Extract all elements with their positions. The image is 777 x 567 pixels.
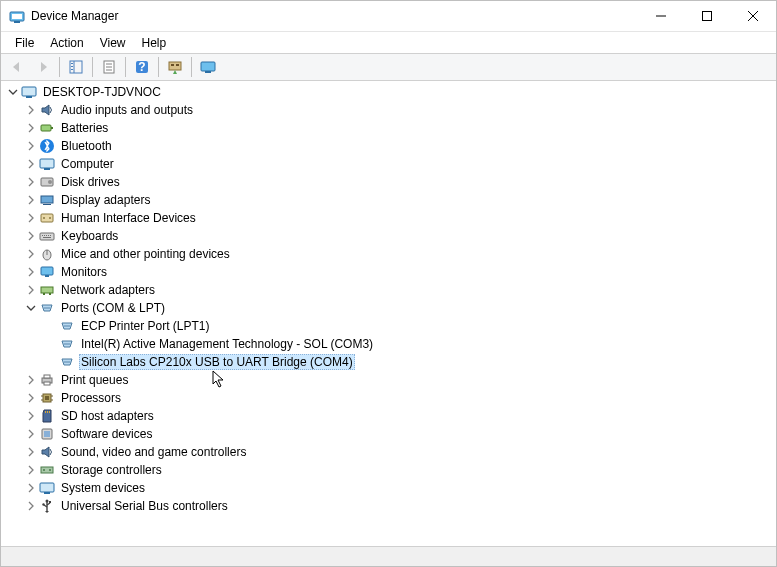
tree-node-processors[interactable]: Processors bbox=[1, 389, 776, 407]
forward-button[interactable] bbox=[31, 55, 55, 79]
tree-node-print-queues[interactable]: Print queues bbox=[1, 371, 776, 389]
tree-node-computer[interactable]: Computer bbox=[1, 155, 776, 173]
titlebar: Device Manager bbox=[1, 1, 776, 31]
tree-node-label: Keyboards bbox=[59, 229, 120, 243]
tree-node-monitors[interactable]: Monitors bbox=[1, 263, 776, 281]
cpu-icon bbox=[39, 390, 55, 406]
tree-node-sd-host[interactable]: SD host adapters bbox=[1, 407, 776, 425]
close-button[interactable] bbox=[730, 1, 776, 31]
port-icon bbox=[59, 318, 75, 334]
tree-node-hid[interactable]: Human Interface Devices bbox=[1, 209, 776, 227]
svg-rect-40 bbox=[46, 235, 47, 236]
tree-node-label: Processors bbox=[59, 391, 123, 405]
tree-node-keyboards[interactable]: Keyboards bbox=[1, 227, 776, 245]
device-tree[interactable]: DESKTOP-TJDVNOC Audio inputs and outputs… bbox=[1, 81, 776, 546]
properties-button[interactable] bbox=[97, 55, 121, 79]
svg-rect-49 bbox=[43, 293, 45, 295]
expander-closed-icon[interactable] bbox=[25, 158, 37, 170]
expander-closed-icon[interactable] bbox=[25, 284, 37, 296]
status-bar bbox=[1, 546, 776, 566]
expander-closed-icon[interactable] bbox=[25, 194, 37, 206]
system-device-icon bbox=[39, 480, 55, 496]
svg-point-85 bbox=[42, 503, 44, 505]
expander-closed-icon[interactable] bbox=[25, 266, 37, 278]
battery-icon bbox=[39, 120, 55, 136]
expander-closed-icon[interactable] bbox=[25, 374, 37, 386]
help-button[interactable]: ? bbox=[130, 55, 154, 79]
tree-leaf-label: Intel(R) Active Management Technology - … bbox=[79, 337, 375, 351]
tree-node-audio[interactable]: Audio inputs and outputs bbox=[1, 101, 776, 119]
svg-rect-74 bbox=[49, 411, 50, 413]
tree-node-usb[interactable]: Universal Serial Bus controllers bbox=[1, 497, 776, 515]
svg-rect-46 bbox=[41, 267, 53, 275]
tree-node-bluetooth[interactable]: Bluetooth bbox=[1, 137, 776, 155]
monitor-button[interactable] bbox=[196, 55, 220, 79]
tree-node-ports[interactable]: Ports (COM & LPT) bbox=[1, 299, 776, 317]
minimize-button[interactable] bbox=[638, 1, 684, 31]
tree-node-software-devices[interactable]: Software devices bbox=[1, 425, 776, 443]
toolbar: ? bbox=[1, 53, 776, 81]
svg-rect-34 bbox=[41, 214, 53, 222]
svg-point-55 bbox=[66, 325, 68, 327]
svg-rect-28 bbox=[40, 159, 54, 168]
expander-closed-icon[interactable] bbox=[25, 428, 37, 440]
tree-leaf-ecp-printer-port[interactable]: ECP Printer Port (LPT1) bbox=[1, 317, 776, 335]
expander-closed-icon[interactable] bbox=[25, 212, 37, 224]
svg-rect-19 bbox=[171, 64, 174, 66]
expander-closed-icon[interactable] bbox=[25, 482, 37, 494]
tree-node-storage-controllers[interactable]: Storage controllers bbox=[1, 461, 776, 479]
expander-closed-icon[interactable] bbox=[25, 248, 37, 260]
svg-rect-26 bbox=[51, 127, 53, 129]
expander-closed-icon[interactable] bbox=[25, 122, 37, 134]
svg-point-58 bbox=[66, 343, 68, 345]
expander-closed-icon[interactable] bbox=[25, 464, 37, 476]
expander-closed-icon[interactable] bbox=[25, 230, 37, 242]
show-hide-console-tree-button[interactable] bbox=[64, 55, 88, 79]
tree-root[interactable]: DESKTOP-TJDVNOC bbox=[1, 83, 776, 101]
back-button[interactable] bbox=[5, 55, 29, 79]
expander-open-icon[interactable] bbox=[25, 302, 37, 314]
monitor-icon bbox=[39, 264, 55, 280]
svg-rect-29 bbox=[44, 168, 50, 170]
usb-icon bbox=[39, 498, 55, 514]
tree-node-display[interactable]: Display adapters bbox=[1, 191, 776, 209]
tree-leaf-cp210x-uart-bridge[interactable]: Silicon Labs CP210x USB to UART Bridge (… bbox=[1, 353, 776, 371]
printer-icon bbox=[39, 372, 55, 388]
svg-point-79 bbox=[49, 469, 51, 471]
svg-rect-32 bbox=[41, 196, 53, 203]
svg-rect-2 bbox=[12, 14, 22, 19]
svg-point-59 bbox=[68, 343, 70, 345]
menu-help[interactable]: Help bbox=[134, 34, 175, 52]
expander-closed-icon[interactable] bbox=[25, 140, 37, 152]
tree-node-mice[interactable]: Mice and other pointing devices bbox=[1, 245, 776, 263]
expander-closed-icon[interactable] bbox=[25, 410, 37, 422]
tree-leaf-label: Silicon Labs CP210x USB to UART Bridge (… bbox=[79, 354, 355, 370]
tree-node-batteries[interactable]: Batteries bbox=[1, 119, 776, 137]
svg-rect-84 bbox=[49, 501, 51, 503]
expander-closed-icon[interactable] bbox=[25, 392, 37, 404]
tree-node-label: Monitors bbox=[59, 265, 109, 279]
svg-point-54 bbox=[64, 325, 66, 327]
menu-view[interactable]: View bbox=[92, 34, 134, 52]
tree-node-system-devices[interactable]: System devices bbox=[1, 479, 776, 497]
tree-node-label: Network adapters bbox=[59, 283, 157, 297]
tree-node-sound[interactable]: Sound, video and game controllers bbox=[1, 443, 776, 461]
svg-point-52 bbox=[46, 307, 48, 309]
port-icon bbox=[39, 300, 55, 316]
speaker-icon bbox=[39, 102, 55, 118]
svg-rect-81 bbox=[44, 492, 50, 494]
scan-hardware-button[interactable] bbox=[163, 55, 187, 79]
expander-closed-icon[interactable] bbox=[25, 176, 37, 188]
expander-closed-icon[interactable] bbox=[25, 104, 37, 116]
maximize-button[interactable] bbox=[684, 1, 730, 31]
toolbar-separator bbox=[125, 57, 126, 77]
menu-file[interactable]: File bbox=[7, 34, 42, 52]
svg-rect-80 bbox=[40, 483, 54, 492]
tree-node-disk[interactable]: Disk drives bbox=[1, 173, 776, 191]
expander-closed-icon[interactable] bbox=[25, 446, 37, 458]
tree-leaf-intel-amt-sol[interactable]: Intel(R) Active Management Technology - … bbox=[1, 335, 776, 353]
expander-closed-icon[interactable] bbox=[25, 500, 37, 512]
menu-action[interactable]: Action bbox=[42, 34, 91, 52]
expander-open-icon[interactable] bbox=[7, 86, 19, 98]
tree-node-network[interactable]: Network adapters bbox=[1, 281, 776, 299]
